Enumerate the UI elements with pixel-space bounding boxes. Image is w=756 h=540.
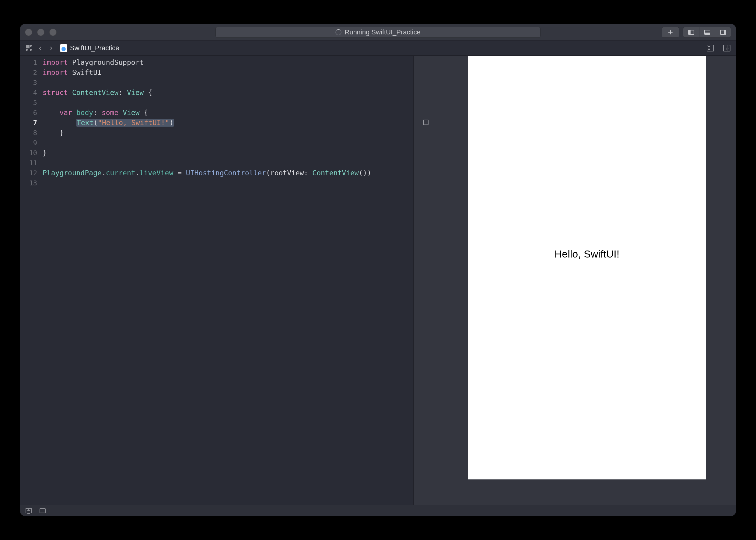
toggle-right-panel-button[interactable] — [715, 27, 731, 38]
line-gutter: 1 2 3 4 5 6 7 8 9 10 11 12 13 — [20, 56, 43, 505]
selected-code: Text("Hello, SwiftUI!") — [76, 119, 174, 127]
toggle-left-panel-button[interactable] — [683, 27, 699, 38]
line-number: 13 — [20, 178, 43, 188]
grid-icon — [26, 45, 32, 51]
preview-text: Hello, SwiftUI! — [555, 248, 620, 260]
related-items-button[interactable] — [24, 43, 35, 54]
left-panel-icon — [688, 30, 694, 35]
titlebar-right: + — [662, 27, 731, 38]
line-number: 11 — [20, 158, 43, 168]
nav-back-button[interactable]: ‹ — [35, 43, 46, 54]
toggle-bottom-panel-button[interactable] — [699, 27, 715, 38]
nav-forward-button[interactable]: › — [46, 43, 57, 54]
live-view-canvas[interactable]: Hello, SwiftUI! — [468, 56, 706, 479]
add-button[interactable]: + — [662, 27, 679, 38]
window-controls — [25, 29, 57, 36]
status-text: Running SwiftUI_Practice — [344, 28, 420, 36]
quick-look-result-button[interactable] — [423, 120, 429, 125]
minimize-window-button[interactable] — [37, 29, 45, 36]
jump-bar: ‹ › SwiftUI_Practice + — [20, 41, 736, 56]
line-number: 9 — [20, 138, 43, 148]
split-panel-icon: + — [723, 45, 730, 52]
activity-status[interactable]: Running SwiftUI_Practice — [215, 27, 541, 38]
debug-bar — [20, 505, 736, 516]
lines-panel-icon — [707, 45, 714, 52]
xcode-window: Running SwiftUI_Practice + ‹ › SwiftUI_P… — [20, 24, 736, 516]
stop-execution-button[interactable] — [40, 508, 46, 513]
zoom-window-button[interactable] — [49, 29, 57, 36]
toggle-debug-area-button[interactable] — [26, 508, 32, 513]
line-number: 10 — [20, 148, 43, 158]
line-number: 8 — [20, 128, 43, 138]
results-sidebar — [413, 56, 438, 505]
line-number: 1 — [20, 58, 43, 68]
main-area: 1 2 3 4 5 6 7 8 9 10 11 12 13 import Pla… — [20, 56, 736, 505]
code-editor[interactable]: 1 2 3 4 5 6 7 8 9 10 11 12 13 import Pla… — [20, 56, 413, 505]
titlebar: Running SwiftUI_Practice + — [20, 24, 736, 41]
swift-file-icon — [60, 44, 67, 52]
line-number: 3 — [20, 77, 43, 88]
close-window-button[interactable] — [25, 29, 32, 36]
line-number: 4 — [20, 88, 43, 98]
code-text[interactable]: import PlaygroundSupport import SwiftUI … — [43, 56, 413, 505]
editor-options: + — [705, 43, 732, 54]
line-number: 2 — [20, 68, 43, 77]
add-assistant-editor-button[interactable]: + — [721, 43, 732, 54]
line-number-current: 7 — [20, 118, 43, 128]
line-number: 5 — [20, 98, 43, 108]
file-name-label: SwiftUI_Practice — [70, 44, 119, 52]
live-view-pane: Hello, SwiftUI! — [438, 56, 736, 505]
bottom-panel-icon — [704, 30, 710, 35]
spinner-icon — [335, 29, 341, 35]
line-number: 12 — [20, 168, 43, 178]
right-panel-icon — [720, 30, 726, 35]
panel-toggle-group — [683, 27, 731, 38]
line-number: 6 — [20, 108, 43, 118]
breadcrumb-file[interactable]: SwiftUI_Practice — [60, 44, 119, 52]
editor-layout-button[interactable] — [705, 43, 716, 54]
